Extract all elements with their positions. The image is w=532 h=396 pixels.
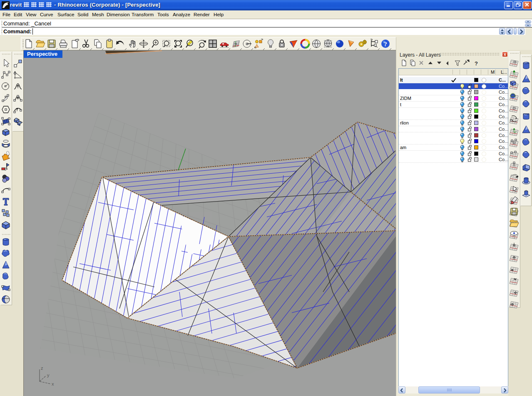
svg-text:z: z [41,366,43,371]
svg-text:y: y [47,373,50,378]
svg-text:1: 1 [15,118,17,121]
svg-text:2: 2 [19,122,20,125]
svg-text:?: ? [384,41,387,47]
svg-text:x: x [52,381,54,386]
svg-text:?: ? [475,60,478,67]
